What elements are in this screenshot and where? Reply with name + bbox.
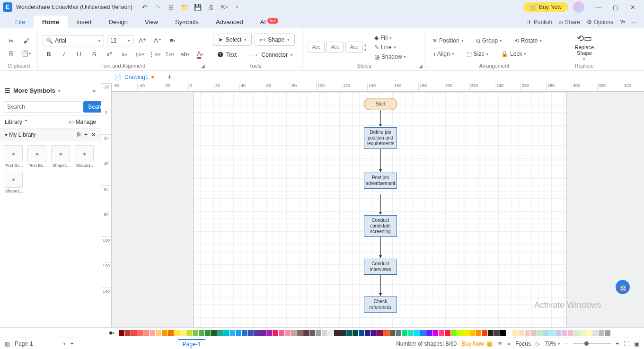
menu-symbols[interactable]: Symbols xyxy=(167,16,207,28)
superscript-icon[interactable]: x² xyxy=(103,49,115,60)
color-swatch[interactable] xyxy=(131,330,137,336)
flowchart-start-node[interactable]: Start xyxy=(364,98,397,110)
color-swatch[interactable] xyxy=(605,330,610,336)
color-swatch[interactable] xyxy=(211,330,217,336)
color-swatch[interactable] xyxy=(186,330,192,336)
color-swatch[interactable] xyxy=(346,330,352,336)
zoom-out-button[interactable]: − xyxy=(565,340,568,347)
color-swatch[interactable] xyxy=(334,330,340,336)
maximize-button[interactable]: ▢ xyxy=(607,0,624,14)
my-library-toggle[interactable]: ▾ My Library xyxy=(5,131,35,138)
color-swatch[interactable] xyxy=(574,330,580,336)
manage-library-button[interactable]: ▭ Manage xyxy=(69,119,96,125)
color-swatch[interactable] xyxy=(494,330,500,336)
color-swatch[interactable] xyxy=(174,330,180,336)
zoom-level[interactable]: 70% ▾ xyxy=(545,340,560,347)
help-icon[interactable]: ?• xyxy=(620,19,625,26)
color-swatch[interactable] xyxy=(303,330,309,336)
number-list-icon[interactable]: 1≡▾ xyxy=(164,49,176,60)
line-button[interactable]: ✎ Line ▾ xyxy=(372,43,408,52)
mylib-save-icon[interactable]: ⎘ xyxy=(77,131,80,138)
canvas[interactable]: Start Define job position and requiremen… xyxy=(112,92,644,327)
color-swatch[interactable] xyxy=(519,330,524,336)
mylib-close-icon[interactable]: ✕ xyxy=(91,131,96,138)
color-swatch[interactable] xyxy=(586,330,592,336)
open-icon[interactable]: 📁 xyxy=(181,3,188,11)
color-swatch[interactable] xyxy=(451,330,457,336)
add-page-button[interactable]: + xyxy=(71,340,74,347)
collapse-ribbon-icon[interactable]: ︿ xyxy=(632,18,637,26)
color-swatch[interactable] xyxy=(143,330,149,336)
size-button[interactable]: ⬚ Size▾ xyxy=(465,50,491,58)
font-color-icon[interactable]: A▾ xyxy=(194,49,206,60)
library-shape-item[interactable]: ◉Shape1... xyxy=(51,145,72,168)
color-swatch[interactable] xyxy=(229,330,235,336)
color-swatch[interactable] xyxy=(531,330,537,336)
color-swatch[interactable] xyxy=(340,330,346,336)
flowchart-arrow[interactable] xyxy=(380,194,381,214)
color-swatch[interactable] xyxy=(168,330,174,336)
color-swatch[interactable] xyxy=(543,330,549,336)
font-size-select[interactable]: 12▾ xyxy=(107,35,133,46)
font-dialog-launcher[interactable]: ◢ xyxy=(201,63,205,69)
flowchart-node-1[interactable]: Define job position and requirements xyxy=(364,127,397,149)
qat-more-icon[interactable]: ▾ xyxy=(234,3,241,11)
color-swatch[interactable] xyxy=(426,330,432,336)
symbol-search-input[interactable] xyxy=(4,101,81,113)
style-up-icon[interactable]: ▴ xyxy=(364,43,367,47)
font-family-select[interactable]: 🔍 Arial▾ xyxy=(43,35,104,46)
align-button[interactable]: ⫞ Align▾ xyxy=(431,50,456,58)
color-swatch[interactable] xyxy=(408,330,414,336)
zoom-in-button[interactable]: + xyxy=(616,340,619,347)
color-swatch[interactable] xyxy=(125,330,131,336)
flowchart-node-4[interactable]: Conduct interviews xyxy=(364,259,397,275)
color-swatch[interactable] xyxy=(383,330,389,336)
underline-icon[interactable]: U xyxy=(73,49,85,60)
drawing-page[interactable]: Start Define job position and requiremen… xyxy=(193,92,567,327)
select-tool[interactable]: ➤ Select ▾ xyxy=(213,34,252,46)
color-swatch[interactable] xyxy=(562,330,567,336)
publish-button[interactable]: ✈ Publish xyxy=(527,19,552,26)
color-swatch[interactable] xyxy=(273,330,278,336)
color-swatch[interactable] xyxy=(439,330,444,336)
color-swatch[interactable] xyxy=(537,330,543,336)
flowchart-node-2[interactable]: Post job advertisement xyxy=(364,173,397,189)
color-swatch[interactable] xyxy=(469,330,475,336)
format-painter-icon[interactable]: 🖌 xyxy=(20,36,32,46)
menu-home[interactable]: Home xyxy=(34,16,68,28)
presentation-icon[interactable]: ▷ xyxy=(536,340,540,347)
buy-now-link[interactable]: Buy Now 👑 xyxy=(461,340,493,347)
flowchart-arrow[interactable] xyxy=(380,149,381,172)
color-swatch[interactable] xyxy=(193,330,198,336)
decrease-font-icon[interactable]: A⁻ xyxy=(151,35,164,46)
color-swatch[interactable] xyxy=(445,330,450,336)
color-swatch[interactable] xyxy=(371,330,377,336)
flowchart-node-3[interactable]: Conduct candidate screening xyxy=(364,215,397,237)
color-swatch[interactable] xyxy=(365,330,371,336)
color-swatch[interactable] xyxy=(279,330,284,336)
color-swatch[interactable] xyxy=(260,330,266,336)
fill-tool-icon[interactable]: ◆▾ xyxy=(109,330,116,336)
color-swatch[interactable] xyxy=(297,330,303,336)
user-avatar[interactable] xyxy=(573,1,584,13)
close-button[interactable]: ✕ xyxy=(624,0,641,14)
menu-file[interactable]: File xyxy=(7,16,34,28)
layers-icon[interactable]: ≋ xyxy=(498,340,503,347)
menu-design[interactable]: Design xyxy=(100,16,136,28)
export-icon[interactable]: ⇱ ▾ xyxy=(221,3,228,11)
color-swatch[interactable] xyxy=(525,330,530,336)
library-shape-item[interactable]: ◉Shape1... xyxy=(4,171,25,193)
replace-shape-button[interactable]: ⟲▭ Replace Shape ▾ xyxy=(575,33,594,61)
more-symbols-button[interactable]: ☰ More Symbols▾ xyxy=(5,87,61,94)
color-swatch[interactable] xyxy=(476,330,481,336)
flowchart-arrow[interactable] xyxy=(380,275,381,296)
document-tab-drawing1[interactable]: 📄 Drawing1 xyxy=(109,72,160,82)
menu-view[interactable]: View xyxy=(136,16,167,28)
color-swatch[interactable] xyxy=(580,330,586,336)
color-swatch[interactable] xyxy=(488,330,494,336)
color-swatch[interactable] xyxy=(266,330,272,336)
options-button[interactable]: ⚙ Options xyxy=(587,19,613,26)
color-swatch[interactable] xyxy=(137,330,143,336)
library-shape-item[interactable]: ◉Shape1... xyxy=(75,145,96,168)
color-swatch[interactable] xyxy=(556,330,561,336)
